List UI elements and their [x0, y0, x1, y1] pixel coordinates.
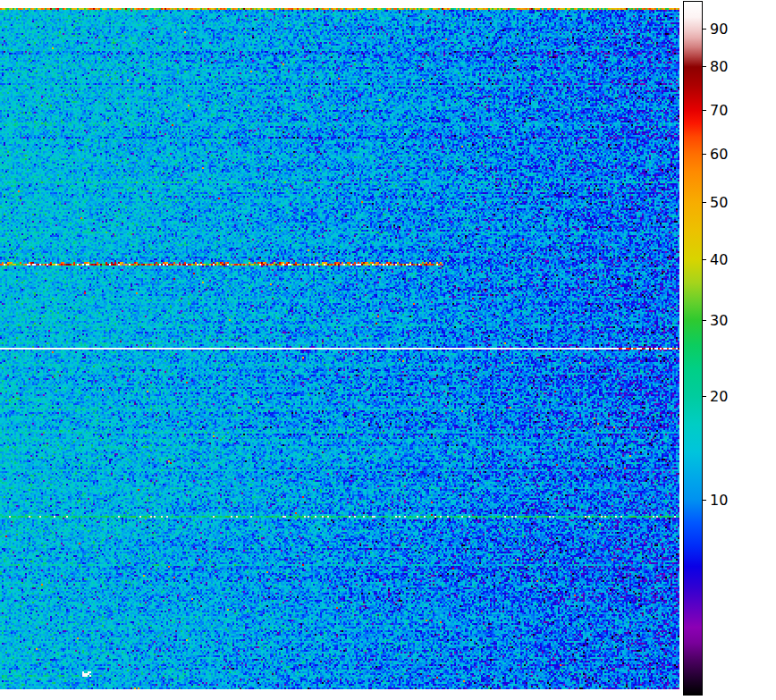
colorbar-tick-label: 20 [710, 389, 728, 404]
colorbar-tick-label: 50 [710, 195, 728, 210]
colorbar-tick-label: 90 [710, 21, 728, 37]
colorbar-tick-label: 70 [710, 103, 728, 118]
colorbar-tickmark [703, 396, 706, 397]
colorbar-tick-label: 10 [710, 493, 728, 508]
colorbar-tick-label: 30 [710, 313, 728, 328]
colorbar-tick-label: 60 [710, 147, 728, 162]
colorbar-tickmark [703, 154, 706, 155]
colorbar-tickmark [703, 29, 706, 30]
colorbar-tickmark [703, 259, 706, 260]
colorbar-tick-label: 80 [710, 59, 728, 74]
heatmap-canvas [0, 8, 679, 689]
colorbar-tickmark [703, 500, 706, 501]
colorbar-tickmark [703, 110, 706, 111]
colorbar-tickmark [703, 66, 706, 67]
colorbar-tickmark [703, 320, 706, 321]
colorbar [683, 1, 703, 696]
colorbar-tick-label: 40 [710, 252, 728, 267]
figure: 908070605040302010 [0, 0, 776, 700]
colorbar-tickmark [703, 202, 706, 203]
